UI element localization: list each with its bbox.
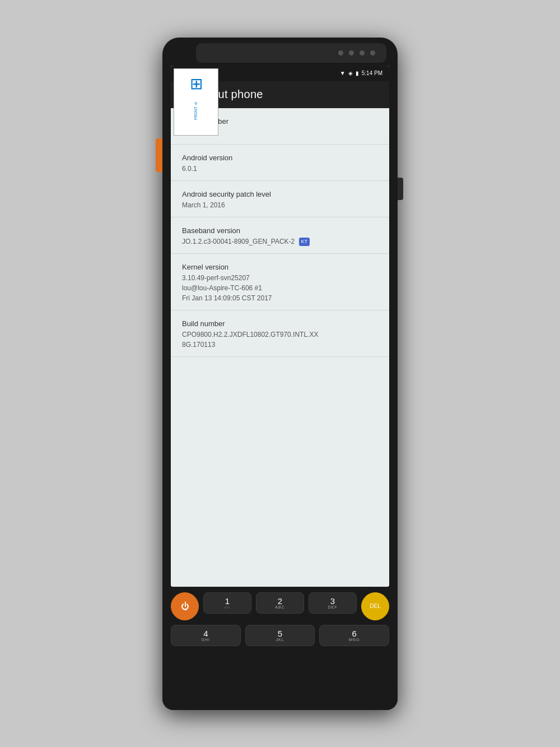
status-icons: ▼ ◈ ▮ 5:14 PM — [340, 70, 382, 76]
key-5-sub: JKL — [276, 638, 284, 642]
key-4-main: 4 — [203, 629, 208, 638]
key-5[interactable]: 5 JKL — [245, 625, 315, 646]
section-android-version[interactable]: Android version 6.0.1 — [171, 145, 389, 181]
device: ⊞ FRONT ② ▼ ◈ ▮ 5:14 PM ← About phone Mo… — [162, 38, 398, 710]
top-bar — [196, 43, 386, 63]
dot-1 — [338, 50, 343, 55]
key-3[interactable]: 3 DEF — [309, 592, 357, 614]
screen: ▼ ◈ ▮ 5:14 PM ← About phone Model number… — [171, 66, 389, 587]
section-security-patch: Android security patch level March 1, 20… — [171, 181, 389, 217]
side-button-right[interactable] — [398, 178, 403, 200]
power-icon: ⏻ — [181, 602, 189, 610]
keypad-row-2: 4 GHI 5 JKL 6 MNO — [171, 625, 389, 646]
keypad: ⏻ 1 ○○ 2 ABC 3 DEF DEL 4 GHI — [162, 587, 398, 710]
key-2-main: 2 — [278, 597, 282, 605]
del-icon: DEL — [370, 604, 380, 609]
key-1-sub: ○○ — [225, 605, 230, 609]
security-patch-value: March 1, 2016 — [182, 200, 378, 210]
kernel-value: 3.10.49-perf-svn25207 lou@lou-Aspire-TC-… — [182, 273, 378, 303]
keypad-row-1: ⏻ 1 ○○ 2 ABC 3 DEF DEL — [171, 592, 389, 620]
android-version-value: 6.0.1 — [182, 164, 378, 174]
dot-2 — [349, 50, 354, 55]
key-1-main: 1 — [225, 597, 230, 605]
time-display: 5:14 PM — [362, 70, 382, 76]
baseband-value: JO.1.2.c3-00041-8909_GEN_PACK-2 KT — [182, 236, 378, 247]
section-build[interactable]: Build number CPO9800.H2.2.JXDFL10802.GT9… — [171, 310, 389, 357]
build-value: CPO9800.H2.2.JXDFL10802.GT970.INTL.XX 8G… — [182, 330, 378, 350]
dot-3 — [360, 50, 365, 55]
key-5-main: 5 — [278, 629, 282, 638]
side-button-orange[interactable] — [156, 138, 162, 172]
sticker: ⊞ FRONT ② — [174, 68, 218, 136]
key-3-main: 3 — [330, 597, 335, 605]
android-version-label: Android version — [182, 154, 378, 162]
key-3-sub: DEF — [328, 605, 338, 609]
section-kernel: Kernel version 3.10.49-perf-svn25207 lou… — [171, 254, 389, 310]
dot-4 — [370, 50, 375, 55]
key-2[interactable]: 2 ABC — [256, 592, 304, 614]
baseband-label: Baseband version — [182, 226, 378, 235]
signal-icon: ▼ — [340, 70, 346, 76]
key-6[interactable]: 6 MNO — [319, 625, 389, 646]
key-6-main: 6 — [352, 629, 357, 638]
key-2-sub: ABC — [275, 605, 284, 609]
key-power[interactable]: ⏻ — [171, 592, 199, 620]
battery-icon: ▮ — [356, 70, 359, 76]
wifi-icon: ◈ — [348, 70, 353, 76]
kernel-label: Kernel version — [182, 263, 378, 271]
key-4[interactable]: 4 GHI — [171, 625, 241, 646]
section-baseband: Baseband version JO.1.2.c3-00041-8909_GE… — [171, 217, 389, 254]
key-1[interactable]: 1 ○○ — [203, 592, 251, 614]
content-area: Model number GT970 Android version 6.0.1… — [171, 108, 389, 587]
key-del[interactable]: DEL — [361, 592, 389, 620]
build-label: Build number — [182, 319, 378, 328]
key-6-sub: MNO — [349, 638, 360, 642]
kt-badge: KT — [299, 238, 310, 247]
key-4-sub: GHI — [202, 638, 210, 642]
security-patch-label: Android security patch level — [182, 190, 378, 198]
